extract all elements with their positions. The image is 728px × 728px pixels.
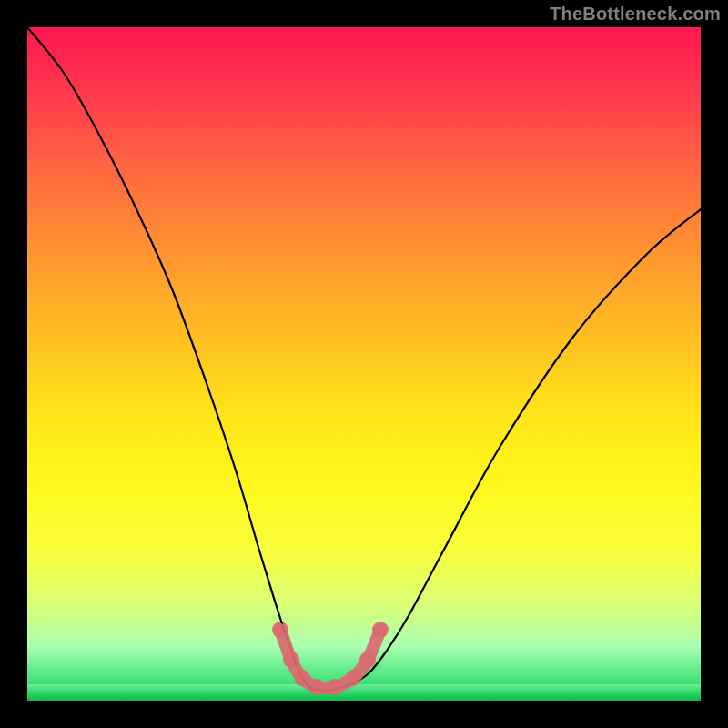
curve-path (27, 27, 701, 691)
plot-area (27, 27, 701, 701)
chart-svg (27, 27, 701, 701)
watermark-text: TheBottleneck.com (550, 4, 721, 25)
chart-frame: TheBottleneck.com (0, 0, 728, 728)
trough-band (280, 630, 380, 688)
